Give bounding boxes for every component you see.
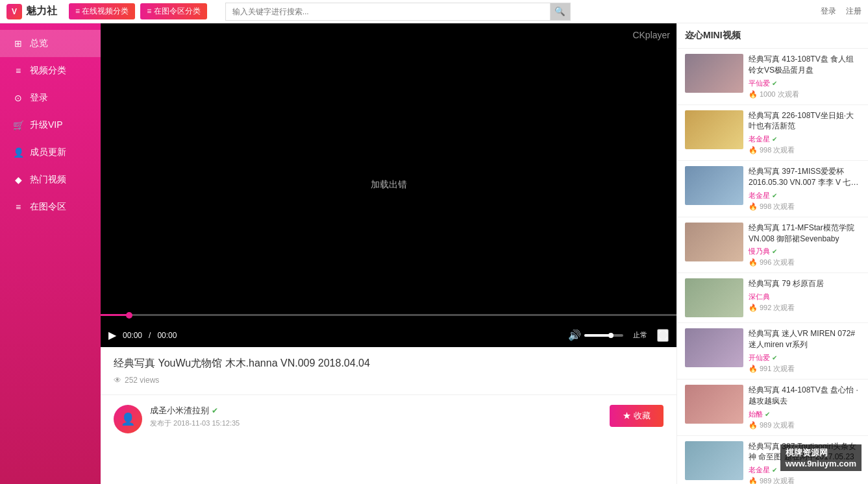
verified-icon: ✔ — [772, 466, 777, 474]
logo: V 魅力社 — [6, 4, 57, 19]
total-time: 00:00 — [157, 331, 177, 340]
video-thumbnail — [685, 278, 743, 317]
video-thumbnail — [685, 110, 743, 149]
verified-badge: ✔ — [212, 406, 218, 415]
sidebar-item-label: 视频分类 — [30, 65, 66, 77]
author-avatar: 👤 — [114, 405, 142, 433]
fire-icon: 🔥 — [749, 421, 758, 430]
register-link[interactable]: 注册 — [846, 6, 862, 17]
video-card[interactable]: 经典写真 414-108TV盘 盘心怡 · 越攻越疯去 始酪 ✔ 🔥 989 次… — [677, 380, 868, 436]
right-sidebar-title: 迩心MINI视频 — [677, 23, 868, 49]
video-thumbnail — [685, 166, 743, 205]
sidebar: ⊞ 总览 ≡ 视频分类 ⊙ 登录 🛒 升级VIP 👤 成员更新 ◆ 热门视频 ≡… — [0, 23, 101, 484]
video-card-info: 经典写真 414-108TV盘 盘心怡 · 越攻越疯去 始酪 ✔ 🔥 989 次… — [749, 385, 860, 430]
video-card-title: 经典写真 397-1MISS爱爱杯 2016.05.30 VN.007 李李 V… — [749, 166, 860, 188]
sidebar-item-home[interactable]: ⊞ 总览 — [0, 30, 101, 57]
video-card-info: 经典写真 171-MFStar模范学院 VN.008 御部裙Sevenbaby … — [749, 223, 860, 268]
fire-icon: ◆ — [13, 175, 23, 185]
ckplayer-label: CKplayer — [632, 30, 670, 40]
video-card-author: 慢乃典 ✔ — [749, 247, 860, 256]
video-card[interactable]: 经典写真 226-108TV坐日姐·大叶也有活新范 老金星 ✔ 🔥 998 次观… — [677, 105, 868, 162]
collect-button[interactable]: ★ 收藏 — [610, 405, 663, 427]
current-time: 00:00 — [123, 331, 142, 340]
verified-icon: ✔ — [765, 411, 770, 418]
play-button[interactable]: ▶ — [108, 329, 116, 341]
views-text: 998 次观看 — [760, 202, 795, 212]
sidebar-item-label: 热门视频 — [30, 174, 66, 186]
progress-bar-background[interactable] — [101, 314, 676, 316]
video-card-author: 深仁典 — [749, 292, 860, 302]
views-text: 991 次观看 — [760, 364, 795, 374]
login-link[interactable]: 登录 — [821, 6, 836, 17]
video-card-views: 🔥 998 次观看 — [749, 145, 860, 155]
video-card-title: 经典写真 171-MFStar模范学院 VN.008 御部裙Sevenbaby — [749, 223, 860, 245]
views-text: 992 次观看 — [760, 303, 795, 313]
verified-icon: ✔ — [772, 80, 777, 87]
mute-button[interactable]: 🔊 — [568, 329, 581, 341]
fire-icon: 🔥 — [749, 146, 758, 154]
video-card-author: 平仙爱 ✔ — [749, 79, 860, 88]
views-text: 989 次观看 — [760, 420, 795, 430]
sidebar-item-hot-videos[interactable]: ◆ 热门视频 — [0, 166, 101, 193]
volume-bar[interactable] — [584, 334, 623, 337]
video-card-author: 老金星 ✔ — [749, 191, 860, 200]
video-card-author: 始酪 ✔ — [749, 409, 860, 419]
volume-dot — [608, 333, 614, 338]
fire-icon: 🔥 — [749, 258, 758, 267]
members-icon: 👤 — [13, 147, 23, 158]
search-box: 🔍 — [225, 3, 802, 21]
sidebar-item-label: 登录 — [30, 92, 48, 104]
video-card-views: 🔥 996 次观看 — [749, 258, 860, 267]
vip-icon: 🛒 — [13, 120, 23, 130]
author-name-text: 老金星 — [749, 465, 770, 475]
video-card[interactable]: 经典写真 397-1MISS爱爱杯 2016.05.30 VN.007 李李 V… — [677, 161, 868, 217]
fullscreen-button[interactable]: ⛶ — [657, 329, 669, 342]
fire-icon: 🔥 — [749, 202, 758, 211]
verified-icon: ✔ — [772, 248, 777, 255]
video-card-title: 经典写真 413-108TV盘 食人组铃女VS极品蛋月盘 — [749, 54, 860, 76]
verified-icon: ✔ — [772, 136, 777, 143]
views-text: 1000 次观看 — [760, 90, 799, 99]
sidebar-item-video-category[interactable]: ≡ 视频分类 — [0, 57, 101, 84]
sidebar-item-image-area[interactable]: ≡ 在图令区 — [0, 193, 101, 221]
fire-icon: 🔥 — [749, 90, 758, 99]
author-name-text: 慢乃典 — [749, 247, 770, 256]
verified-icon: ✔ — [772, 354, 777, 361]
grid-icon: ≡ — [13, 202, 23, 212]
video-info: 经典写真 YouWu尤物馆 木木.hanna VN.009 2018.04.04… — [101, 347, 676, 395]
sidebar-item-members[interactable]: 👤 成员更新 — [0, 139, 101, 166]
video-card-views: 🔥 989 次观看 — [749, 476, 860, 484]
video-card[interactable]: 经典写真 迷人VR MIREN 072#迷人miren vr系列 开仙爱 ✔ 🔥… — [677, 323, 868, 380]
search-button[interactable]: 🔍 — [550, 3, 571, 21]
video-card-views: 🔥 1000 次观看 — [749, 90, 860, 99]
video-card-info: 经典写真 413-108TV盘 食人组铃女VS极品蛋月盘 平仙爱 ✔ 🔥 100… — [749, 54, 860, 99]
video-card[interactable]: 经典写真 171-MFStar模范学院 VN.008 御部裙Sevenbaby … — [677, 217, 868, 274]
online-video-category-button[interactable]: ≡ 在线视频分类 — [69, 3, 135, 19]
video-thumbnail — [685, 223, 743, 261]
search-icon: 🔍 — [554, 6, 565, 16]
topbar-right: 登录 注册 — [821, 6, 862, 17]
video-title: 经典写真 YouWu尤物馆 木木.hanna VN.009 2018.04.04 — [114, 357, 663, 370]
video-thumbnail — [685, 441, 743, 480]
logo-icon: V — [6, 4, 22, 19]
author-info: 成圣小米渣拉别 ✔ 发布于 2018-11-03 15:12:35 — [150, 405, 602, 428]
sidebar-item-vip[interactable]: 🛒 升级VIP — [0, 112, 101, 139]
video-card-info: 经典写真 397-1MISS爱爱杯 2016.05.30 VN.007 李李 V… — [749, 166, 860, 212]
image-category-button[interactable]: ≡ 在图令区分类 — [140, 3, 206, 19]
sidebar-item-label: 成员更新 — [30, 147, 66, 158]
user-icon: ⊙ — [13, 93, 23, 103]
fire-icon: 🔥 — [749, 365, 758, 373]
sidebar-item-label: 总览 — [30, 38, 48, 49]
sidebar-item-login[interactable]: ⊙ 登录 — [0, 84, 101, 112]
watermark-url: www.9niuym.com — [786, 459, 856, 468]
search-input[interactable] — [225, 3, 550, 21]
video-card-views: 🔥 991 次观看 — [749, 364, 860, 374]
video-card-title: 经典写真 迷人VR MIREN 072#迷人miren vr系列 — [749, 328, 860, 350]
logo-text: 魅力社 — [26, 5, 57, 18]
watermark: 棋牌资源网 www.9niuym.com — [780, 444, 862, 471]
video-card[interactable]: 经典写真 413-108TV盘 食人组铃女VS极品蛋月盘 平仙爱 ✔ 🔥 100… — [677, 49, 868, 105]
video-card-views: 🔥 989 次观看 — [749, 420, 860, 430]
video-player[interactable]: 加载出错 CKplayer ▶ 00:00 / 00:00 — [101, 23, 676, 347]
fire-icon: 🔥 — [749, 477, 758, 484]
video-card[interactable]: 经典写真 79 杉原百居 深仁典 🔥 992 次观看 — [677, 273, 868, 323]
